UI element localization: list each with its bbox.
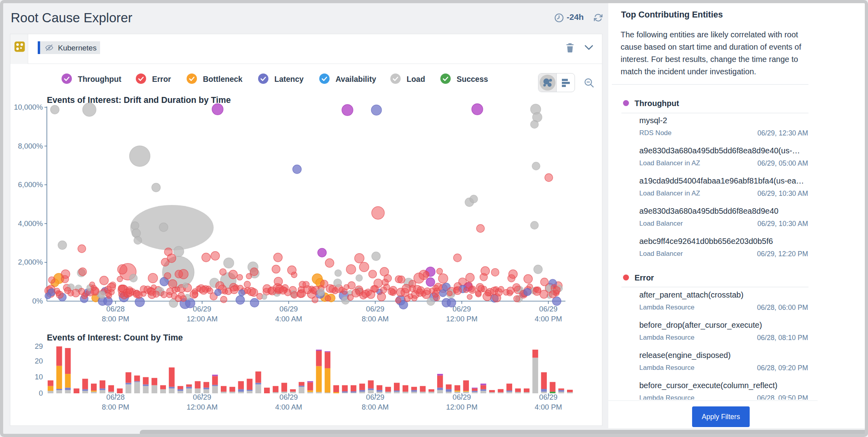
svg-text:10,000%: 10,000% xyxy=(14,103,43,111)
svg-text:8:00 PM: 8:00 PM xyxy=(102,315,129,323)
svg-text:2,000%: 2,000% xyxy=(18,258,43,266)
svg-text:06/29: 06/29 xyxy=(193,393,211,401)
svg-text:10: 10 xyxy=(35,373,43,381)
svg-text:0: 0 xyxy=(39,389,43,397)
svg-text:06/29: 06/29 xyxy=(453,305,471,313)
svg-text:4:00 PM: 4:00 PM xyxy=(535,403,562,411)
svg-text:12:00 AM: 12:00 AM xyxy=(187,403,218,411)
svg-text:12:00 AM: 12:00 AM xyxy=(187,315,218,323)
svg-text:12:00 PM: 12:00 PM xyxy=(446,403,477,411)
svg-text:4:00 PM: 4:00 PM xyxy=(535,315,562,323)
svg-text:6,000%: 6,000% xyxy=(18,180,43,189)
svg-text:0%: 0% xyxy=(32,297,43,305)
svg-text:06/29: 06/29 xyxy=(453,393,471,401)
svg-text:06/28: 06/28 xyxy=(106,393,125,401)
svg-text:06/29: 06/29 xyxy=(193,305,211,313)
svg-text:06/28: 06/28 xyxy=(106,305,125,313)
svg-text:06/29: 06/29 xyxy=(539,305,557,313)
svg-text:8:00 AM: 8:00 AM xyxy=(362,403,389,411)
svg-text:8:00 PM: 8:00 PM xyxy=(102,403,129,411)
svg-text:06/29: 06/29 xyxy=(366,393,384,401)
svg-text:20: 20 xyxy=(35,357,43,365)
svg-text:06/29: 06/29 xyxy=(280,393,298,401)
svg-text:06/29: 06/29 xyxy=(280,305,298,313)
svg-text:4,000%: 4,000% xyxy=(18,219,43,228)
svg-text:8:00 AM: 8:00 AM xyxy=(362,315,389,323)
svg-text:4:00 AM: 4:00 AM xyxy=(275,403,302,411)
svg-text:4:00 AM: 4:00 AM xyxy=(275,315,302,323)
svg-text:8,000%: 8,000% xyxy=(18,142,43,150)
svg-text:06/29: 06/29 xyxy=(366,305,384,313)
svg-text:12:00 PM: 12:00 PM xyxy=(446,315,477,323)
svg-text:06/29: 06/29 xyxy=(539,393,557,401)
svg-text:29: 29 xyxy=(35,342,43,350)
